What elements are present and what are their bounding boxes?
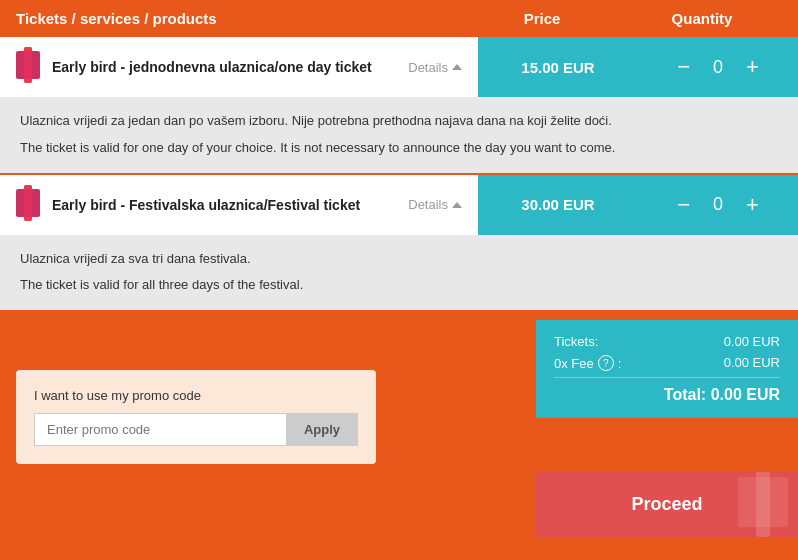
- ticket-1-quantity-value: 0: [708, 57, 728, 78]
- fee-summary-line: 0x Fee ? : 0.00 EUR: [554, 355, 780, 371]
- ticket-1-description: Ulaznica vrijedi za jedan dan po vašem i…: [0, 97, 798, 173]
- proceed-ticket-icon: [738, 472, 788, 537]
- tickets-summary-line: Tickets: 0.00 EUR: [554, 334, 780, 349]
- ticket-2-price: 30.00 EUR: [478, 175, 638, 235]
- ticket-2-details-toggle[interactable]: Details: [408, 197, 462, 212]
- total-label: Total: 0.00 EUR: [664, 386, 780, 403]
- ticket-1-quantity-control: − 0 +: [638, 37, 798, 97]
- fee-help-icon[interactable]: ?: [598, 355, 614, 371]
- ticket-2-increase-button[interactable]: +: [740, 190, 765, 220]
- ticket-1-toggle-icon: [452, 64, 462, 70]
- ticket-2-desc-line2: The ticket is valid for all three days o…: [20, 275, 778, 296]
- tickets-list: Early bird - jednodnevna ulaznica/one da…: [0, 37, 798, 312]
- ticket-1-details-label: Details: [408, 60, 448, 75]
- fee-label-text: 0x Fee: [554, 356, 594, 371]
- ticket-2-quantity-control: − 0 +: [638, 175, 798, 235]
- ticket-icon-1: [16, 47, 40, 87]
- tickets-summary-value: 0.00 EUR: [724, 334, 780, 349]
- ticket-1-info: Early bird - jednodnevna ulaznica/one da…: [0, 37, 478, 97]
- ticket-2-toggle-icon: [452, 202, 462, 208]
- main-content: Tickets / services / products Price Quan…: [0, 0, 798, 312]
- proceed-button[interactable]: Proceed: [536, 472, 798, 537]
- ticket-1-decrease-button[interactable]: −: [671, 52, 696, 82]
- ticket-2-details-label: Details: [408, 197, 448, 212]
- promo-label: I want to use my promo code: [34, 388, 358, 403]
- fee-colon: :: [618, 356, 622, 371]
- promo-input-row: Apply: [34, 413, 358, 446]
- svg-rect-2: [24, 47, 32, 83]
- summary-panel: Tickets: 0.00 EUR 0x Fee ? : 0.00 EUR To…: [536, 320, 798, 418]
- ticket-1-desc-line2: The ticket is valid for one day of your …: [20, 138, 778, 159]
- header-quantity: Quantity: [622, 10, 782, 27]
- ticket-1-increase-button[interactable]: +: [740, 52, 765, 82]
- tickets-summary-label: Tickets:: [554, 334, 598, 349]
- ticket-1-details-toggle[interactable]: Details: [408, 60, 462, 75]
- header-price: Price: [462, 10, 622, 27]
- svg-rect-5: [24, 185, 32, 221]
- ticket-2-desc-line1: Ulaznica vrijedi za sva tri dana festiva…: [20, 249, 778, 270]
- ticket-icon-2: [16, 185, 40, 225]
- svg-rect-7: [738, 477, 788, 527]
- promo-code-input[interactable]: [34, 413, 286, 446]
- ticket-2-quantity-value: 0: [708, 194, 728, 215]
- fee-value: 0.00 EUR: [724, 355, 780, 371]
- ticket-1-price: 15.00 EUR: [478, 37, 638, 97]
- total-summary: Total: 0.00 EUR: [554, 377, 780, 404]
- ticket-1-desc-line1: Ulaznica vrijedi za jedan dan po vašem i…: [20, 111, 778, 132]
- ticket-1-title: Early bird - jednodnevna ulaznica/one da…: [52, 59, 396, 75]
- ticket-2-description: Ulaznica vrijedi za sva tri dana festiva…: [0, 235, 798, 311]
- table-header: Tickets / services / products Price Quan…: [0, 0, 798, 37]
- ticket-2-decrease-button[interactable]: −: [671, 190, 696, 220]
- header-name: Tickets / services / products: [16, 10, 462, 27]
- ticket-2-info: Early bird - Festivalska ulaznica/Festiv…: [0, 175, 478, 235]
- promo-section: I want to use my promo code Apply: [16, 370, 376, 464]
- ticket-row-1: Early bird - jednodnevna ulaznica/one da…: [0, 37, 798, 173]
- ticket-2-title: Early bird - Festivalska ulaznica/Festiv…: [52, 197, 396, 213]
- promo-apply-button[interactable]: Apply: [286, 413, 358, 446]
- fee-label-group: 0x Fee ? :: [554, 355, 621, 371]
- ticket-row-2: Early bird - Festivalska ulaznica/Festiv…: [0, 175, 798, 311]
